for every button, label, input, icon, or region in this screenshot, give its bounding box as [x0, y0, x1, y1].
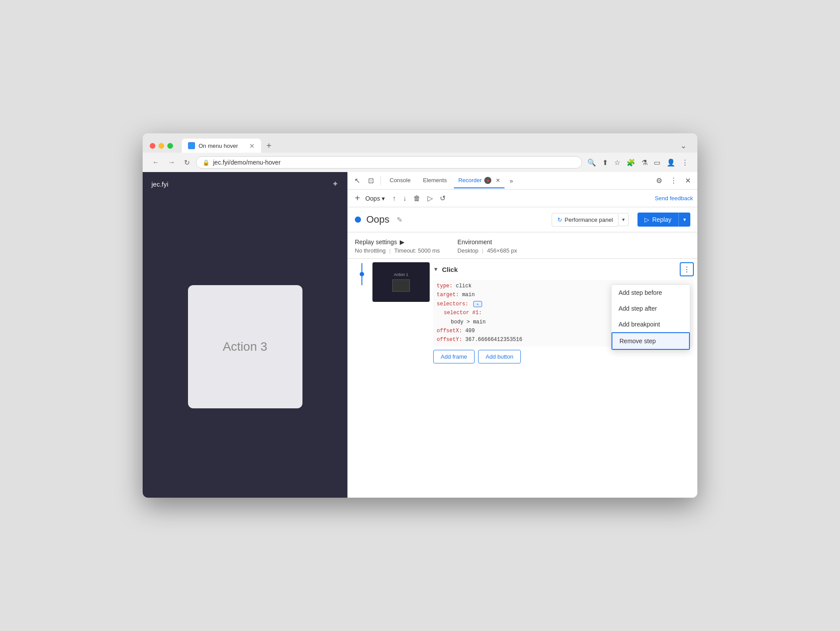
share-icon-button[interactable]: ⬆ — [601, 157, 610, 169]
env-sub-sep: | — [482, 247, 483, 254]
toolbar-icons: ↑ ↓ 🗑 ▷ ↺ — [389, 192, 449, 205]
page-demo-area: Action 3 — [143, 196, 347, 498]
timeout-label: Timeout: 5000 ms — [394, 247, 440, 254]
step-timeline — [351, 259, 372, 285]
step-type-label: Click — [442, 266, 676, 273]
steps-area: Action 1 ▼ Click ⋮ — [348, 259, 697, 498]
undo-button[interactable]: ↺ — [437, 192, 449, 205]
code-target-value: main — [462, 292, 475, 298]
menu-add-after[interactable]: Add step after — [612, 301, 690, 316]
replay-settings-area: Replay settings ▶ No throttling | Timeou… — [348, 232, 697, 259]
nav-bar: ← → ↻ 🔒 jec.fyi/demo/menu-hover 🔍 ⬆ ☆ 🧩 … — [143, 153, 697, 172]
play-recording-button[interactable]: ▷ — [424, 192, 436, 205]
devtools-settings-button[interactable]: ⚙ — [653, 174, 665, 187]
context-menu: Add step before Add step after Add break… — [611, 284, 690, 350]
replay-dropdown-button[interactable]: ▾ — [678, 213, 690, 227]
recording-dropdown-arrow: ▾ — [382, 195, 385, 202]
tab-close-button[interactable]: ✕ — [249, 143, 255, 149]
close-traffic-light[interactable] — [150, 143, 155, 149]
add-recording-button[interactable]: + — [352, 192, 363, 205]
inspector-icon-button[interactable]: ↖ — [351, 174, 363, 187]
replay-button[interactable]: ▷ Replay — [637, 213, 678, 227]
traffic-lights — [150, 143, 173, 149]
tab-menu-button[interactable]: ⌄ — [677, 139, 690, 152]
page-content: jec.fyi ✦ Action 3 — [143, 172, 347, 498]
resolution-label: 456×685 px — [487, 247, 517, 254]
step-thumb-inner: Action 1 — [372, 262, 430, 302]
environment-col: Environment Desktop | 456×685 px — [457, 238, 517, 254]
sidebar-icon-button[interactable]: ▭ — [652, 157, 662, 169]
more-options-button[interactable]: ⋮ — [680, 157, 690, 169]
lock-icon: 🔒 — [203, 159, 210, 166]
theme-toggle-icon[interactable]: ✦ — [332, 179, 339, 189]
step-header: ▼ Click ⋮ Add step before Add step after — [433, 262, 694, 276]
step-menu-button[interactable]: ⋮ — [680, 262, 694, 276]
maximize-traffic-light[interactable] — [167, 143, 173, 149]
action-label: Action 3 — [223, 340, 267, 354]
code-selector1-key: selector #1: — [444, 310, 482, 316]
send-feedback-link[interactable]: Send feedback — [655, 195, 693, 202]
replay-settings-title[interactable]: Replay settings ▶ — [355, 238, 440, 246]
search-icon-button[interactable]: 🔍 — [586, 157, 598, 169]
forward-button[interactable]: → — [166, 157, 178, 168]
selector-icon[interactable]: ↖ — [473, 301, 482, 307]
page-header: jec.fyi ✦ — [143, 172, 347, 196]
step-menu-icon: ⋮ — [683, 265, 690, 274]
tab-console[interactable]: Console — [384, 173, 416, 188]
download-button[interactable]: ↓ — [400, 192, 409, 205]
minimize-traffic-light[interactable] — [158, 143, 164, 149]
active-tab[interactable]: 🌐 On menu hover ✕ — [182, 139, 261, 153]
menu-remove-step[interactable]: Remove step — [612, 332, 690, 350]
bookmark-icon-button[interactable]: ☆ — [612, 157, 622, 169]
replay-play-icon: ▷ — [645, 216, 649, 223]
timeline-line-bottom — [361, 276, 362, 285]
back-button[interactable]: ← — [150, 157, 162, 168]
performance-panel-button[interactable]: ↻ Performance panel — [552, 213, 619, 227]
devtools-toolbar: + Oops ▾ ↑ ↓ 🗑 ▷ ↺ Send feedback — [348, 190, 697, 207]
recording-dot — [355, 216, 361, 223]
code-offsety-key: offsetY: — [437, 337, 462, 343]
replay-settings-arrow: ▶ — [400, 238, 405, 246]
profile-icon-button[interactable]: 👤 — [665, 157, 677, 169]
site-title: jec.fyi — [151, 180, 168, 188]
step-expand-icon[interactable]: ▼ — [433, 266, 438, 272]
code-offsetx-key: offsetX: — [437, 328, 462, 334]
new-tab-button[interactable]: + — [263, 139, 275, 153]
devtools-topbar: ↖ ⊡ Console Elements Recorder 🔺 ✕ » ⚙ ⋮ … — [348, 172, 697, 190]
replay-settings-col: Replay settings ▶ No throttling | Timeou… — [355, 238, 440, 254]
code-offsetx-value: 409 — [465, 328, 475, 334]
recording-selector[interactable]: Oops ▾ — [365, 195, 385, 202]
code-offsety-value: 367.66666412353516 — [465, 337, 523, 343]
replay-settings-label: Replay settings — [355, 238, 397, 246]
device-toggle-button[interactable]: ⊡ — [365, 174, 377, 187]
browser-window: 🌐 On menu hover ✕ + ⌄ ← → ↻ 🔒 jec.fyi/de… — [143, 133, 697, 498]
tab-separator — [380, 176, 381, 185]
environment-sub: Desktop | 456×685 px — [457, 247, 517, 254]
add-frame-button[interactable]: Add frame — [433, 350, 475, 363]
extensions-icon-button[interactable]: 🧩 — [625, 157, 637, 169]
tab-favicon: 🌐 — [188, 142, 195, 149]
tab-elements[interactable]: Elements — [418, 173, 452, 188]
edit-recording-title-button[interactable]: ✎ — [395, 214, 404, 226]
refresh-button[interactable]: ↻ — [181, 157, 192, 169]
nav-icons: 🔍 ⬆ ☆ 🧩 ⚗ ▭ 👤 ⋮ — [586, 157, 690, 169]
delete-recording-button[interactable]: 🗑 — [410, 192, 424, 205]
tab-title: On menu hover — [199, 143, 246, 149]
add-button-button[interactable]: Add button — [478, 350, 521, 363]
menu-add-before[interactable]: Add step before — [612, 285, 690, 301]
menu-add-breakpoint[interactable]: Add breakpoint — [612, 316, 690, 332]
code-selectors-key: selectors: — [437, 301, 468, 307]
devtools-close-button[interactable]: ✕ — [682, 174, 694, 187]
devtools-more-button[interactable]: ⋮ — [667, 174, 680, 187]
address-bar[interactable]: 🔒 jec.fyi/demo/menu-hover — [196, 156, 582, 169]
step-thumbnail: Action 1 — [372, 262, 430, 302]
upload-button[interactable]: ↑ — [389, 192, 399, 205]
perf-panel-dropdown[interactable]: ▾ — [619, 213, 629, 226]
tab-bar: 🌐 On menu hover ✕ + — [182, 139, 671, 153]
tab-recorder[interactable]: Recorder 🔺 ✕ — [454, 173, 505, 188]
recorder-close-icon[interactable]: ✕ — [496, 177, 500, 183]
replay-button-group: ▷ Replay ▾ — [637, 213, 690, 227]
flask-icon-button[interactable]: ⚗ — [640, 157, 649, 169]
timeline-dot — [360, 272, 364, 276]
more-tabs-button[interactable]: » — [506, 175, 516, 187]
